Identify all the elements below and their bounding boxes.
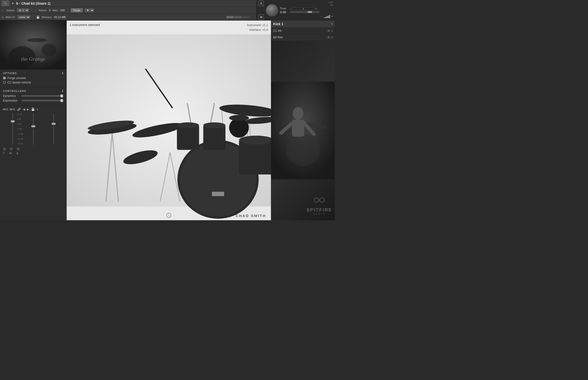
- fader-track-1[interactable]: [12, 113, 13, 145]
- midi-label: Midi Ch:: [6, 16, 15, 19]
- output-select[interactable]: st. 1: [17, 8, 29, 12]
- svg-point-38: [286, 134, 320, 166]
- fader-label-e: E: [17, 152, 18, 155]
- max-label: Max:: [52, 9, 58, 12]
- svg-rect-42: [292, 120, 304, 137]
- controllers-title: CONTROLLERS: [3, 90, 26, 93]
- svg-point-28: [177, 122, 199, 128]
- wrench-icon: 🔧: [4, 2, 7, 5]
- title-arrow: ▼: [11, 2, 14, 5]
- options-info-icon[interactable]: ℹ: [62, 72, 63, 75]
- voices-icon: ♪: [35, 9, 37, 12]
- mic-info-icon[interactable]: ℹ: [37, 108, 38, 111]
- level-bar-1: [226, 16, 234, 18]
- max-value: 200: [60, 9, 65, 12]
- audio-text: AUDIO: [307, 213, 332, 215]
- purge-unused-radio[interactable]: [3, 76, 6, 79]
- fader-t-icon[interactable]: ⊟: [3, 147, 6, 151]
- purge-unused-label: Purge unused: [7, 76, 26, 80]
- mute-button[interactable]: M: [258, 15, 264, 20]
- fader-m-icon[interactable]: ⊟: [10, 147, 13, 151]
- b0-bars-icon[interactable]: ≡: [331, 36, 333, 39]
- midi-icon: ⊙: [1, 16, 4, 19]
- expression-slider[interactable]: [21, 100, 63, 101]
- prev-mic-icon[interactable]: ◀: [23, 108, 25, 111]
- svg-point-35: [229, 115, 249, 121]
- instrument-menu-icon[interactable]: ≡: [331, 22, 333, 26]
- tune-knob[interactable]: [266, 4, 278, 16]
- artist-label: CHAD SMITH: [236, 214, 266, 218]
- level-bar-3: [243, 16, 250, 18]
- fader-col-2: [23, 113, 43, 145]
- fader-label-t: T: [3, 152, 5, 155]
- volume-slider[interactable]: [290, 11, 319, 13]
- c1-bars-icon[interactable]: ≡: [331, 29, 333, 33]
- logo-button[interactable]: 🔧: [1, 0, 9, 6]
- fader-track-2[interactable]: [33, 113, 34, 145]
- inst-note-c1: C1 Hit: [273, 29, 281, 33]
- vol-minus-button[interactable]: −: [320, 15, 322, 18]
- display-info-button[interactable]: i: [166, 213, 171, 218]
- purge-select[interactable]: ▼: [84, 8, 94, 12]
- spitfire-watermark: SPITFIRE AUDIO: [307, 194, 332, 215]
- level-bar-2: [234, 16, 242, 18]
- mic-mix-title: MIC MIX: [3, 108, 15, 111]
- voices-label: Voices:: [39, 9, 47, 12]
- svg-point-3: [27, 38, 46, 42]
- vol-plus-button[interactable]: +: [331, 15, 333, 18]
- midi-select[interactable]: omni: [17, 15, 30, 19]
- memory-icon: 💾: [36, 16, 40, 19]
- cc-velocity-label: CC based velocity: [7, 81, 31, 84]
- c1-gear-icon[interactable]: ⚙: [327, 29, 330, 33]
- b0-gear-icon[interactable]: ⚙: [327, 36, 330, 39]
- memory-value: 93.13 MB: [54, 16, 66, 19]
- cc-velocity-radio[interactable]: [3, 81, 6, 84]
- expression-label: Expression: [3, 99, 20, 102]
- artist-photo: SPITFIRE AUDIO: [271, 41, 335, 220]
- options-title: OPTIONS: [3, 72, 17, 75]
- spitfire-text: SPITFIRE: [307, 208, 332, 213]
- sidebar-art: the Grange: [0, 20, 66, 70]
- pv-label: PV: [330, 4, 333, 6]
- svg-point-30: [203, 122, 225, 128]
- svg-rect-27: [177, 125, 199, 150]
- link-icon[interactable]: 🔗: [17, 108, 21, 111]
- output-icon: ↔: [1, 9, 4, 12]
- vol-triangle: [323, 15, 330, 18]
- svg-rect-32: [239, 140, 271, 174]
- tune-label: Tune: [280, 7, 286, 10]
- svg-rect-29: [203, 125, 225, 150]
- svg-rect-36: [212, 191, 224, 196]
- memory-label: Memory:: [42, 16, 52, 19]
- svg-point-2: [42, 44, 56, 56]
- inst-item-c1[interactable]: C1 Hit ⚙ ≡: [271, 28, 335, 34]
- pan-slider[interactable]: [292, 8, 314, 10]
- fader-col-3: [44, 113, 63, 145]
- tune-value: 0.00: [280, 10, 286, 14]
- voices-value: 0: [49, 9, 50, 12]
- solo-button[interactable]: S: [258, 1, 264, 6]
- controllers-info-icon[interactable]: ℹ: [62, 89, 63, 93]
- fader-col-1: [3, 113, 22, 145]
- fader-label-m: M: [10, 152, 12, 155]
- instrument-name-label: Kick 1: [273, 22, 283, 26]
- inst-note-b0: B0 Rim: [273, 36, 283, 39]
- inst-item-b0[interactable]: B0 Rim ⚙ ≡: [271, 34, 335, 41]
- grange-label: the Grange: [21, 56, 45, 62]
- next-mic-icon[interactable]: ▶: [27, 108, 29, 111]
- aux-label: AUX: [329, 1, 333, 3]
- output-label: Output:: [6, 9, 15, 12]
- dynamics-label: Dynamics: [3, 94, 20, 98]
- purge-button[interactable]: Purge: [71, 8, 82, 12]
- save-mic-icon[interactable]: 💾: [31, 108, 35, 111]
- svg-point-41: [293, 107, 304, 120]
- fader-e-icon[interactable]: ⊟: [17, 147, 20, 151]
- fader-track-3[interactable]: [53, 113, 54, 145]
- dynamics-slider[interactable]: [21, 95, 63, 97]
